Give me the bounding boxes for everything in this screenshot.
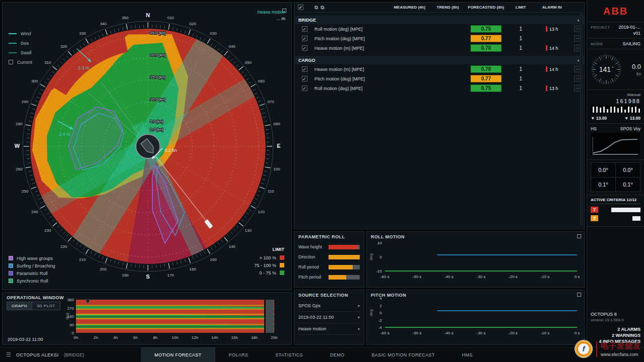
svg-text:0: 0	[72, 331, 74, 335]
heave-motion-label: Heave motion	[257, 10, 285, 15]
copy-icon[interactable]: ⧉	[320, 5, 324, 11]
roll-motion-panel: ROLL MOTION 100-10deg-60 s-50 s-40 s-30 …	[366, 231, 585, 288]
limit-value: 1	[508, 45, 534, 51]
criteria-bar	[632, 216, 640, 221]
forecast-value-badge: 0.77	[470, 35, 502, 42]
tab-demo[interactable]: DEMO	[316, 347, 358, 362]
compass-label: 310	[44, 60, 51, 65]
svg-text:2h: 2h	[94, 335, 98, 340]
source-dropdown[interactable]: Heave motion▾	[298, 323, 360, 335]
criterion-label: Roll motion (deg) [MPE]	[314, 86, 388, 91]
svg-text:10h: 10h	[172, 335, 178, 340]
factor-bar	[329, 255, 360, 259]
env-legend-item: Sea	[9, 38, 32, 48]
limit-swatch-icon	[280, 263, 284, 267]
svg-text:-10 s: -10 s	[540, 331, 549, 335]
speed-ring-label: 25.0 [kn]	[150, 31, 166, 35]
compass-label: 050	[245, 60, 252, 65]
expand-icon[interactable]	[577, 293, 581, 297]
pitch-motion-panel: PITCH MOTION 420-2-4deg-60 s-50 s-40 s-3…	[366, 290, 585, 345]
compass-label: 100	[273, 167, 280, 171]
criterion-label: Pitch motion (deg) [MPE]	[314, 76, 388, 81]
sea-swatch-icon	[9, 43, 17, 44]
nav-tabs: MOTION FORECASTPOLARSSTATISTICSDEMOBASIC…	[141, 347, 486, 362]
row-checkbox[interactable]: ✓	[302, 45, 307, 51]
factor-label: Wave height	[298, 244, 326, 249]
svg-text:12h: 12h	[192, 335, 198, 340]
parametric-roll-row: Pitch period	[294, 272, 364, 282]
chevron-down-icon: ▾	[358, 327, 360, 331]
row-checkbox[interactable]: ✓	[302, 26, 307, 32]
system-message[interactable]: 2 WARNINGS	[591, 332, 640, 338]
compass-label: 280	[16, 122, 23, 126]
limit-legend-title: LIMIT	[254, 247, 284, 252]
compass-label: 340	[100, 22, 107, 26]
active-criteria-section: ACTIVE CRITERIA 12/12 72	[587, 195, 644, 227]
speed-ring-label: 15.0 [kn]	[150, 75, 166, 79]
source-dropdown[interactable]: SPOS Gps▾	[298, 300, 360, 312]
graph-button[interactable]: GRAPH	[7, 302, 32, 310]
tab-statistics[interactable]: STATISTICS	[262, 347, 316, 362]
select-all-checkbox[interactable]: ✓	[298, 5, 303, 10]
tab-hms[interactable]: HMS	[448, 347, 486, 362]
compass-label: 120	[258, 210, 265, 214]
svg-text:-40 s: -40 s	[444, 331, 453, 335]
row-checkbox[interactable]: ✓	[302, 85, 307, 91]
compass-label: 220	[60, 244, 67, 249]
panel-title: PITCH MOTION	[367, 290, 584, 300]
risk-legend-item: Parametric Roll	[9, 269, 55, 277]
tab-polars[interactable]: POLARS	[215, 347, 262, 362]
menu-icon[interactable]: ☰	[6, 351, 11, 358]
criterion-label: Roll motion (deg) [MPE]	[314, 27, 388, 32]
collapse-arrow-icon[interactable]: ▲	[577, 18, 580, 22]
table-scrollbar[interactable]	[580, 14, 583, 225]
svg-text:18h: 18h	[251, 335, 258, 340]
risk-legend: High wave groupsSurfing / BroachingParam…	[9, 254, 55, 285]
svg-text:16h: 16h	[231, 335, 238, 340]
table-row: ✓Heave motion (m) [MPE]0.70114 h⋯	[294, 43, 584, 53]
speed-ring-label: 0.0 [kn]	[150, 127, 163, 132]
alarm-in-cell: 13 h	[534, 85, 570, 91]
expand-icon[interactable]	[577, 234, 581, 238]
product-version: version 19.1.569.0	[591, 318, 640, 322]
watermark-site-name: 电子发烧友	[601, 341, 641, 351]
3d-plot-button[interactable]: 3D PLOT	[32, 302, 60, 310]
table-group-header[interactable]: CARGO▲	[294, 56, 584, 64]
alarm-in-cell: 14 h	[534, 45, 570, 51]
svg-text:-10: -10	[376, 269, 382, 274]
system-message[interactable]: 2 ALARMS	[591, 326, 640, 332]
forecast-value-badge: 0.75	[470, 84, 502, 92]
compass-label: 170	[167, 273, 174, 278]
panel-title: PARAMETRIC ROLL	[294, 232, 364, 242]
row-checkbox[interactable]: ✓	[302, 66, 307, 72]
copy-icon[interactable]: ⧉	[314, 5, 318, 11]
environment-legend: WindSeaSwellCurrent	[9, 29, 32, 67]
chevron-down-icon: ▾	[358, 315, 360, 320]
alarm-bar-icon	[546, 26, 547, 32]
limit-legend-item: 75 - 100 %	[254, 261, 284, 269]
svg-text:0: 0	[380, 255, 382, 259]
limit-legend: LIMIT > 100 %75 - 100 %0 - 75 %	[254, 247, 284, 277]
svg-text:-60 s: -60 s	[380, 331, 389, 335]
alarm-in-cell: 13 h	[534, 26, 570, 32]
row-checkbox[interactable]: ✓	[302, 36, 307, 41]
row-checkbox[interactable]: ✓	[302, 76, 307, 81]
collapse-arrow-icon[interactable]: ▲	[577, 58, 580, 62]
attitude-value: 0.1°	[616, 177, 640, 192]
speed-ring-label: 5.0 [kn]	[150, 119, 163, 124]
svg-text:-4: -4	[378, 325, 382, 330]
limit-value: 1	[508, 85, 534, 91]
panel-title: SOURCE SELECTION	[294, 290, 364, 300]
tab-basic-motion-forecast[interactable]: BASIC MOTION FORECAST	[358, 347, 448, 362]
tab-motion-forecast[interactable]: MOTION FORECAST	[141, 347, 215, 362]
polar-chart[interactable]: N010020030040050060070080E10011012013014…	[3, 3, 291, 290]
hs-section: HS SPOS Voy	[587, 124, 644, 160]
operational-window-panel: OPERATIONAL WINDOW GRAPH 3D PLOT 3602701…	[2, 292, 292, 345]
polar-forecast-panel: N010020030040050060070080E10011012013014…	[2, 2, 292, 290]
table-group-header[interactable]: BRIDGE▲	[294, 16, 584, 24]
svg-text:-30 s: -30 s	[476, 331, 486, 335]
forecast-value-badge: 0.70	[470, 65, 502, 73]
mode-value: SAILING	[622, 41, 640, 46]
product-name: OCTOPUS 8	[591, 312, 640, 317]
source-dropdown[interactable]: 2019-03-22 11:00▾	[298, 312, 360, 323]
